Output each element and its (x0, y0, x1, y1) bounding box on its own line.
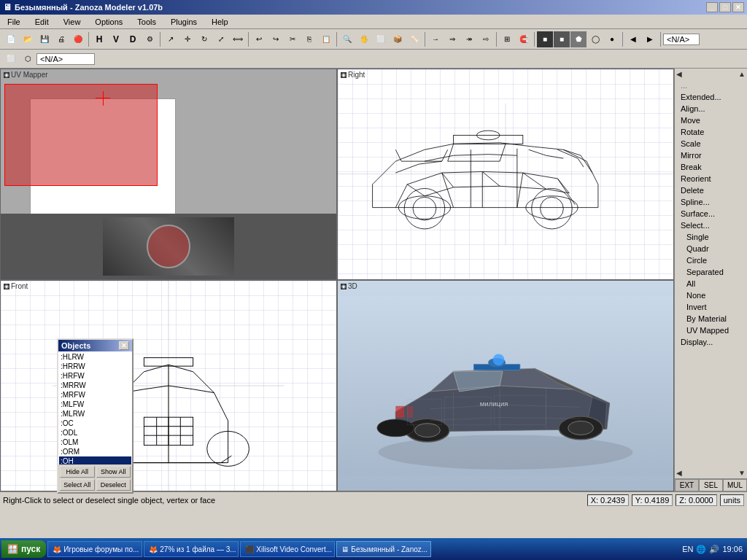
tb2-btn1[interactable]: ⬜ (3, 51, 19, 67)
viewport-uv[interactable]: ◉ UV Mapper (0, 69, 337, 280)
tb-undo[interactable]: ↩ (251, 31, 267, 47)
viewport-front[interactable]: ◉ Front (0, 280, 337, 491)
objects-dialog-close[interactable]: ✕ (119, 341, 129, 350)
panel-none[interactable]: None (675, 289, 747, 301)
tb-d[interactable]: D (125, 31, 141, 47)
panel-single[interactable]: Single (675, 231, 747, 243)
panel-uv-mapped[interactable]: UV Mapped (675, 324, 747, 336)
tb-arrow3[interactable]: ↠ (461, 31, 477, 47)
tb-h[interactable]: H (91, 31, 107, 47)
panel-align[interactable]: Align... (675, 103, 747, 114)
list-item-selected[interactable]: :OH (59, 456, 131, 464)
panel-by-material[interactable]: By Material (675, 313, 747, 324)
hide-all-button[interactable]: Hide All (60, 466, 95, 478)
taskbar-item-1[interactable]: 🦊 27% из 1 файла — 3... (144, 541, 239, 557)
panel-separated[interactable]: Separated (675, 266, 747, 278)
panel-delete[interactable]: Delete (675, 184, 747, 196)
tb-mirror[interactable]: ⟺ (230, 31, 246, 47)
menu-view[interactable]: View (59, 16, 85, 28)
save-button[interactable]: 💾 (36, 31, 53, 47)
tb-scale[interactable]: ⤢ (213, 31, 229, 47)
panel-quadr[interactable]: Quadr (675, 243, 747, 254)
panel-reorient[interactable]: Reorient (675, 173, 747, 184)
menu-help[interactable]: Help (207, 16, 233, 28)
list-item[interactable]: :MRFW (59, 390, 131, 400)
panel-mirror[interactable]: Mirror (675, 149, 747, 161)
scroll-up-left[interactable]: ◀ (676, 70, 682, 78)
show-all-button[interactable]: Show All (96, 466, 131, 478)
list-item[interactable]: :MLRW (59, 409, 131, 419)
tb-right[interactable]: ▶ (642, 31, 658, 47)
tb-left[interactable]: ◀ (625, 31, 641, 47)
tb-btn4[interactable]: 🖨 (53, 31, 69, 47)
scroll-down-left[interactable]: ◀ (676, 469, 682, 477)
list-item[interactable]: :HLRW (59, 352, 131, 362)
tab-mul[interactable]: MUL (723, 479, 747, 491)
panel-invert[interactable]: Invert (675, 301, 747, 313)
list-item[interactable]: :ORM (59, 447, 131, 456)
viewport-right[interactable]: ◉ Right (337, 69, 674, 280)
list-item[interactable]: :HRRW (59, 362, 131, 371)
list-item[interactable]: :HRFW (59, 371, 131, 381)
tab-ext[interactable]: EXT (675, 479, 699, 491)
start-button[interactable]: 🪟 пуск (1, 540, 46, 558)
list-item[interactable]: :MRRW (59, 381, 131, 390)
tb-zoom[interactable]: 🔍 (339, 31, 355, 47)
panel-spline[interactable]: Spline... (675, 196, 747, 208)
minimize-button[interactable]: _ (706, 2, 718, 12)
tb2-btn2[interactable]: ⬡ (20, 51, 36, 67)
panel-select-header[interactable]: Select... (675, 219, 747, 231)
maximize-button[interactable]: □ (719, 2, 731, 12)
tb-select[interactable]: ↗ (163, 31, 179, 47)
tb-redo[interactable]: ↪ (268, 31, 284, 47)
list-item[interactable]: :MLFW (59, 400, 131, 409)
tb-btn5[interactable]: 🔴 (70, 31, 86, 47)
tb-copy[interactable]: ⎘ (301, 31, 317, 47)
tb-tool[interactable]: ⚙ (142, 31, 158, 47)
list-item[interactable]: :OC (59, 419, 131, 428)
tab-sel[interactable]: SEL (699, 479, 723, 491)
open-button[interactable]: 📂 (20, 31, 36, 47)
viewport-3d[interactable]: ◉ 3D (337, 280, 674, 491)
tb-arrow1[interactable]: → (427, 31, 444, 47)
tb-pan[interactable]: 🖐 (356, 31, 372, 47)
tb-shade5[interactable]: ● (604, 31, 620, 47)
panel-display[interactable]: Display... (675, 336, 747, 348)
tb-snap[interactable]: 🧲 (516, 31, 532, 47)
list-item[interactable]: :ODL (59, 428, 131, 438)
menu-plugins[interactable]: Plugins (166, 16, 201, 28)
menu-file[interactable]: File (3, 16, 25, 28)
tb-shade1[interactable]: ■ (537, 31, 553, 47)
tb-arrow2[interactable]: ⇒ (444, 31, 460, 47)
select-all-button[interactable]: Select All (60, 479, 95, 491)
tb-frame[interactable]: ⬜ (373, 31, 389, 47)
objects-list[interactable]: :HLRW :HRRW :HRFW :MRRW :MRFW :MLFW :MLR… (58, 351, 132, 464)
deselect-button[interactable]: Deselect (96, 479, 131, 491)
panel-surface[interactable]: Surface... (675, 208, 747, 219)
taskbar-item-0[interactable]: 🦊 Игровые форумы по... (47, 541, 142, 557)
tb-cut[interactable]: ✂ (285, 31, 301, 47)
scroll-up-right[interactable]: ▲ (738, 70, 746, 78)
taskbar-item-3[interactable]: 🖥 Безымянный - Zanoz... (336, 541, 431, 557)
tb-shade3[interactable]: ⬟ (570, 31, 587, 47)
tb-shade4[interactable]: ◯ (587, 31, 603, 47)
tb-shade2[interactable]: ■ (554, 31, 570, 47)
tb-v[interactable]: V (108, 31, 124, 47)
tb-grid[interactable]: ⊞ (499, 31, 515, 47)
menu-edit[interactable]: Edit (31, 16, 53, 28)
panel-scale[interactable]: Scale (675, 138, 747, 149)
panel-circle[interactable]: Circle (675, 254, 747, 266)
panel-break[interactable]: Break (675, 161, 747, 173)
menu-options[interactable]: Options (90, 16, 127, 28)
close-button[interactable]: ✕ (732, 2, 744, 12)
panel-rotate[interactable]: Rotate (675, 126, 747, 138)
panel-extended[interactable]: Extended... (675, 91, 747, 103)
panel-move[interactable]: Move (675, 114, 747, 126)
tb-move[interactable]: ✛ (179, 31, 196, 47)
tb-obj[interactable]: 📦 (390, 31, 406, 47)
tb-rotate[interactable]: ↻ (196, 31, 212, 47)
menu-tools[interactable]: Tools (133, 16, 160, 28)
panel-all[interactable]: All (675, 278, 747, 289)
list-item[interactable]: :OLM (59, 438, 131, 447)
tb-bone[interactable]: 🦴 (406, 31, 422, 47)
